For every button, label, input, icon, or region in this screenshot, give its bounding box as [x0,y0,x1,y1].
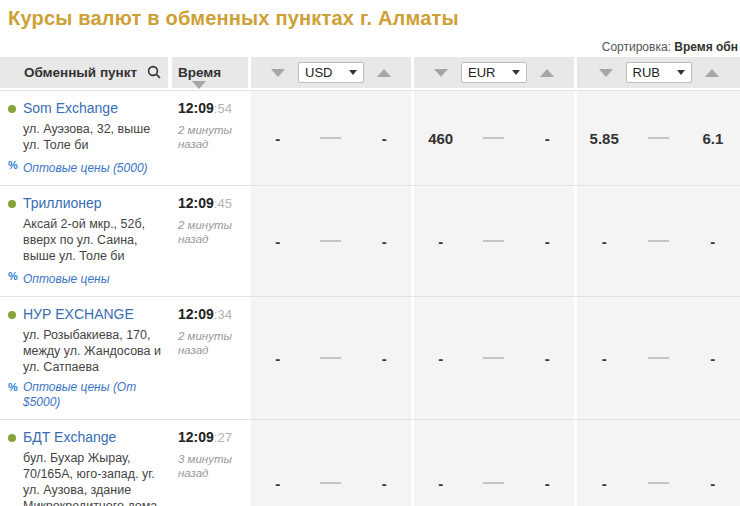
rub-buy-value: 5.85 [577,130,631,147]
rates-table: Обменный пункт Время USD EU [0,57,740,506]
rub-sell-value: 6.1 [686,130,740,147]
time-seconds: :45 [214,196,232,211]
table-row: Триллионер Аксай 2-ой мкр., 52б, вверх п… [0,185,740,296]
rub-buy-value: - [577,350,631,367]
time-ago: 2 минуты назад [178,329,240,357]
buy-sell-separator [304,240,357,242]
time-cell: 12:09:27 3 минуты назад [172,420,248,506]
wholesale-prices-link[interactable]: Оптовые цены (От $5000) [23,380,162,410]
usd-sell-value: - [358,233,411,250]
time-sort-desc-icon[interactable] [192,81,206,89]
time-value: 12:09 [178,429,214,445]
exchange-info-cell: Som Exchange ул. Ауэзова, 32, выше ул. Т… [0,91,168,185]
time-ago: 3 минуты назад [178,452,240,480]
select-caret-icon [512,70,520,75]
eur-sell-value: - [521,130,574,147]
column-header-rub: RUB [577,57,740,88]
exchange-info-cell: НУР EXCHANGE ул. Розыбакиева, 170, между… [0,297,168,419]
buy-sell-separator [467,240,520,242]
eur-buy-value: - [414,350,467,367]
wholesale-prices-link[interactable]: Оптовые цены (5000) [23,161,148,176]
column-header-eur: EUR [414,57,574,88]
sorting-value[interactable]: Время обн [674,40,738,54]
exchange-address: ул. Розыбакиева, 170, между ул. Жандосов… [23,327,162,375]
buy-sell-separator [467,482,520,484]
select-caret-icon [677,70,685,75]
buy-sell-separator [631,137,685,139]
eur-sort-asc-icon[interactable] [540,69,554,77]
status-dot [8,311,16,319]
wholesale-prices-link[interactable]: Оптовые цены [23,272,110,287]
sorting-bar: Сортировка: Время обн [602,40,738,54]
exchange-info-cell: БДТ Exchange бул. Бухар Жырау, 70/165А, … [0,420,168,506]
eur-rate-cell: - - [414,420,574,506]
usd-sell-value: - [358,130,411,147]
time-value: 12:09 [178,195,214,211]
eur-sort-desc-icon[interactable] [434,69,448,77]
buy-sell-separator [304,482,357,484]
table-header-row: Обменный пункт Время USD EU [0,57,740,88]
eur-sell-value: - [521,475,574,492]
rub-sell-value: - [686,233,740,250]
eur-sell-value: - [521,350,574,367]
usd-rate-cell: - - [251,91,411,185]
rub-sort-desc-icon[interactable] [599,69,613,77]
exchange-name-link[interactable]: Триллионер [23,194,102,213]
exchange-address: Аксай 2-ой мкр., 52б, вверх по ул. Саина… [23,216,162,264]
exchange-name-link[interactable]: НУР EXCHANGE [23,305,134,324]
eur-currency-select[interactable]: EUR [461,62,527,83]
page-title: Курсы валют в обменных пунктах г. Алматы [0,0,740,30]
eur-buy-value: - [414,233,467,250]
buy-sell-separator [467,137,520,139]
buy-sell-separator [304,357,357,359]
exchange-name-link[interactable]: Som Exchange [23,99,118,118]
exchange-address: бул. Бухар Жырау, 70/165А, юго-запад. уг… [23,450,162,506]
percent-icon: % [8,381,18,393]
time-ago: 2 минуты назад [178,123,240,151]
page: Курсы валют в обменных пунктах г. Алматы… [0,0,740,506]
column-header-usd: USD [251,57,411,88]
rub-sort-asc-icon[interactable] [705,69,719,77]
usd-rate-cell: - - [251,297,411,419]
exchange-address: ул. Ауэзова, 32, выше ул. Толе би [23,121,162,153]
usd-rate-cell: - - [251,186,411,296]
usd-buy-value: - [251,233,304,250]
usd-sell-value: - [358,350,411,367]
time-cell: 12:09:34 2 минуты назад [172,297,248,419]
percent-icon: % [8,159,18,171]
time-seconds: :34 [214,307,232,322]
buy-sell-separator [631,240,685,242]
eur-buy-value: 460 [414,130,467,147]
rub-rate-cell: - - [577,186,740,296]
exchange-info-cell: Триллионер Аксай 2-ой мкр., 52б, вверх п… [0,186,168,296]
eur-select-value: EUR [468,65,495,80]
usd-rate-cell: - - [251,420,411,506]
select-caret-icon [349,70,357,75]
usd-buy-value: - [251,475,304,492]
eur-rate-cell: - - [414,186,574,296]
eur-rate-cell: 460 - [414,91,574,185]
status-dot [8,105,16,113]
buy-sell-separator [631,482,685,484]
rub-rate-cell: - - [577,420,740,506]
rub-buy-value: - [577,475,631,492]
usd-sort-desc-icon[interactable] [271,69,285,77]
usd-select-value: USD [305,65,332,80]
table-row: НУР EXCHANGE ул. Розыбакиева, 170, между… [0,296,740,419]
usd-currency-select[interactable]: USD [298,62,364,83]
rub-sell-value: - [686,475,740,492]
exchange-name-link[interactable]: БДТ Exchange [23,428,116,447]
usd-buy-value: - [251,130,304,147]
usd-sort-asc-icon[interactable] [377,69,391,77]
time-header-label: Время [178,65,221,80]
column-header-time[interactable]: Время [172,57,248,88]
search-icon[interactable] [147,65,161,79]
rub-currency-select[interactable]: RUB [626,62,692,83]
buy-sell-separator [467,357,520,359]
buy-sell-separator [631,357,685,359]
eur-buy-value: - [414,475,467,492]
time-ago: 2 минуты назад [178,218,240,246]
time-seconds: :54 [214,101,232,116]
time-cell: 12:09:45 2 минуты назад [172,186,248,296]
status-dot [8,434,16,442]
